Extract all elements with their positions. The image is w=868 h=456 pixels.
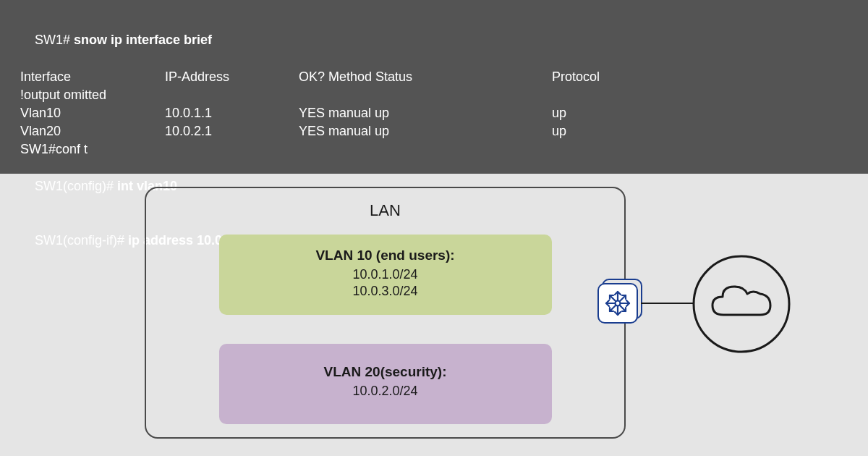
cli-header-method: OK? Method Status — [299, 68, 552, 86]
cli-cell-method: YES manual up — [299, 122, 552, 140]
vlan20-title: VLAN 20(security): — [226, 364, 545, 380]
cli-terminal: SW1# snow ip interface brief Interface I… — [0, 0, 868, 174]
link-line — [641, 303, 693, 304]
cli-header-interface: Interface — [20, 68, 165, 86]
cli-command: snow ip interface brief — [74, 33, 212, 47]
cli-row-vlan20: Vlan20 10.0.2.1 YES manual up up — [20, 122, 848, 140]
cli-header-protocol: Protocol — [552, 68, 848, 86]
svg-line-6 — [620, 295, 626, 301]
cli-output-omitted: !output omitted — [20, 86, 848, 104]
cloud-icon — [691, 253, 792, 355]
cli-header-row: Interface IP-Address OK? Method Status P… — [20, 68, 848, 86]
cli-cell-interface: Vlan10 — [20, 104, 165, 122]
svg-point-9 — [694, 256, 789, 352]
svg-line-5 — [610, 295, 616, 301]
cli-cell-interface: Vlan20 — [20, 122, 165, 140]
router-front-panel — [597, 283, 638, 324]
svg-line-8 — [620, 305, 626, 311]
lan-title: LAN — [146, 201, 624, 220]
cli-prompt: SW1# — [35, 33, 74, 47]
network-diagram: LAN VLAN 10 (end users): 10.0.1.0/24 10.… — [0, 174, 868, 456]
cli-line-show: SW1# snow ip interface brief — [20, 13, 848, 68]
lan-container: LAN VLAN 10 (end users): 10.0.1.0/24 10.… — [145, 187, 626, 439]
vlan20-box: VLAN 20(security): 10.0.2.0/24 — [219, 344, 552, 424]
cli-line-conf: SW1#conf t — [20, 140, 848, 159]
cli-cell-method: YES manual up — [299, 104, 552, 122]
vlan20-subnet1: 10.0.2.0/24 — [226, 383, 545, 400]
svg-line-7 — [610, 305, 616, 311]
router-arrows-icon — [602, 287, 634, 319]
cli-header-ip: IP-Address — [165, 68, 299, 86]
cli-cell-ip: 10.0.2.1 — [165, 122, 299, 140]
router-icon — [597, 281, 642, 326]
cli-row-vlan10: Vlan10 10.0.1.1 YES manual up up — [20, 104, 848, 122]
vlan10-title: VLAN 10 (end users): — [226, 248, 545, 263]
vlan10-subnet2: 10.0.3.0/24 — [226, 283, 545, 300]
vlan10-subnet1: 10.0.1.0/24 — [226, 266, 545, 283]
cli-cell-protocol: up — [552, 104, 848, 122]
vlan10-box: VLAN 10 (end users): 10.0.1.0/24 10.0.3.… — [219, 235, 552, 315]
cli-cell-protocol: up — [552, 122, 848, 140]
cli-cell-ip: 10.0.1.1 — [165, 104, 299, 122]
